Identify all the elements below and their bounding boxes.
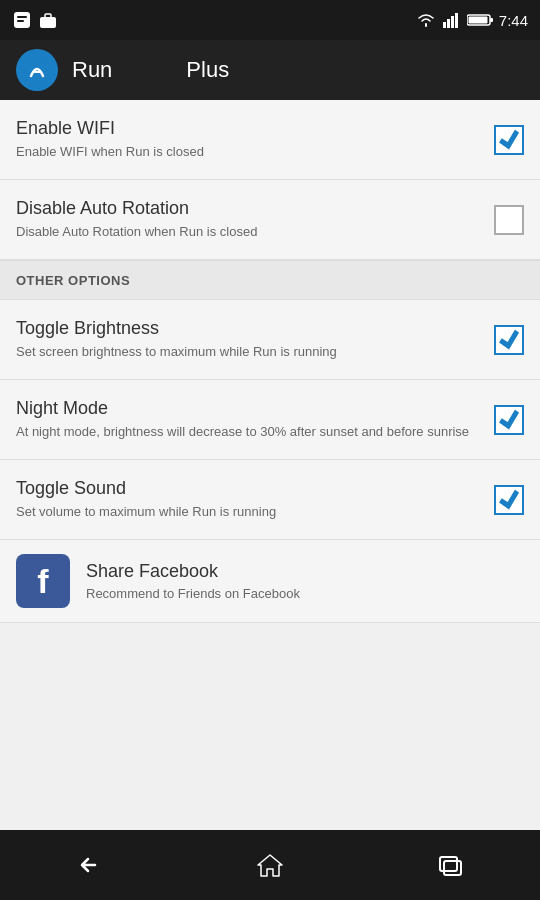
toggle-brightness-desc: Set screen brightness to maximum while R… — [16, 343, 482, 361]
night-mode-text: Night Mode At night mode, brightness wil… — [16, 398, 494, 441]
toggle-brightness-checkbox[interactable] — [494, 325, 524, 355]
other-options-header: OTHER OPTIONS — [0, 260, 540, 300]
enable-wifi-row[interactable]: Enable WIFI Enable WIFI when Run is clos… — [0, 100, 540, 180]
facebook-desc: Recommend to Friends on Facebook — [86, 586, 300, 601]
app-title: Run — [72, 57, 112, 83]
share-facebook-row[interactable]: f Share Facebook Recommend to Friends on… — [0, 540, 540, 623]
facebook-text: Share Facebook Recommend to Friends on F… — [86, 561, 300, 601]
disable-rotation-title: Disable Auto Rotation — [16, 198, 482, 219]
enable-wifi-text: Enable WIFI Enable WIFI when Run is clos… — [16, 118, 494, 161]
facebook-title: Share Facebook — [86, 561, 300, 582]
svg-rect-13 — [440, 857, 457, 871]
bottom-nav — [0, 830, 540, 900]
disable-rotation-checkbox[interactable] — [494, 205, 524, 235]
svg-rect-6 — [447, 19, 450, 28]
night-mode-desc: At night mode, brightness will decrease … — [16, 423, 482, 441]
facebook-icon: f — [16, 554, 70, 608]
toggle-sound-row[interactable]: Toggle Sound Set volume to maximum while… — [0, 460, 540, 540]
toggle-brightness-text: Toggle Brightness Set screen brightness … — [16, 318, 494, 361]
other-options-label: OTHER OPTIONS — [16, 273, 130, 288]
recents-button[interactable] — [420, 845, 480, 885]
toggle-brightness-title: Toggle Brightness — [16, 318, 482, 339]
app-subtitle: Plus — [186, 57, 229, 83]
enable-wifi-desc: Enable WIFI when Run is closed — [16, 143, 482, 161]
status-bar: 7:44 — [0, 0, 540, 40]
toggle-brightness-row[interactable]: Toggle Brightness Set screen brightness … — [0, 300, 540, 380]
app-bar: Run Plus — [0, 40, 540, 100]
wifi-icon — [415, 12, 437, 28]
signal-icon — [443, 12, 461, 28]
status-bar-left — [12, 10, 58, 30]
back-button[interactable] — [60, 845, 120, 885]
toggle-sound-desc: Set volume to maximum while Run is runni… — [16, 503, 482, 521]
svg-rect-8 — [455, 13, 458, 28]
toggle-sound-text: Toggle Sound Set volume to maximum while… — [16, 478, 494, 521]
svg-rect-7 — [451, 16, 454, 28]
svg-rect-5 — [443, 22, 446, 28]
enable-wifi-title: Enable WIFI — [16, 118, 482, 139]
app-logo — [16, 49, 58, 91]
svg-rect-1 — [17, 16, 27, 18]
night-mode-row[interactable]: Night Mode At night mode, brightness wil… — [0, 380, 540, 460]
svg-rect-4 — [45, 14, 51, 18]
svg-rect-14 — [444, 861, 461, 875]
disable-rotation-desc: Disable Auto Rotation when Run is closed — [16, 223, 482, 241]
night-mode-checkbox[interactable] — [494, 405, 524, 435]
bbm-icon — [12, 10, 32, 30]
svg-rect-11 — [490, 18, 493, 22]
svg-rect-10 — [468, 17, 487, 24]
home-button[interactable] — [240, 845, 300, 885]
disable-rotation-row[interactable]: Disable Auto Rotation Disable Auto Rotat… — [0, 180, 540, 260]
status-bar-right: 7:44 — [415, 12, 528, 29]
clock: 7:44 — [499, 12, 528, 29]
disable-rotation-text: Disable Auto Rotation Disable Auto Rotat… — [16, 198, 494, 241]
briefcase-icon — [38, 10, 58, 30]
night-mode-title: Night Mode — [16, 398, 482, 419]
enable-wifi-checkbox[interactable] — [494, 125, 524, 155]
settings-content: Enable WIFI Enable WIFI when Run is clos… — [0, 100, 540, 623]
toggle-sound-title: Toggle Sound — [16, 478, 482, 499]
battery-icon — [467, 13, 493, 27]
svg-rect-2 — [17, 20, 24, 22]
toggle-sound-checkbox[interactable] — [494, 485, 524, 515]
